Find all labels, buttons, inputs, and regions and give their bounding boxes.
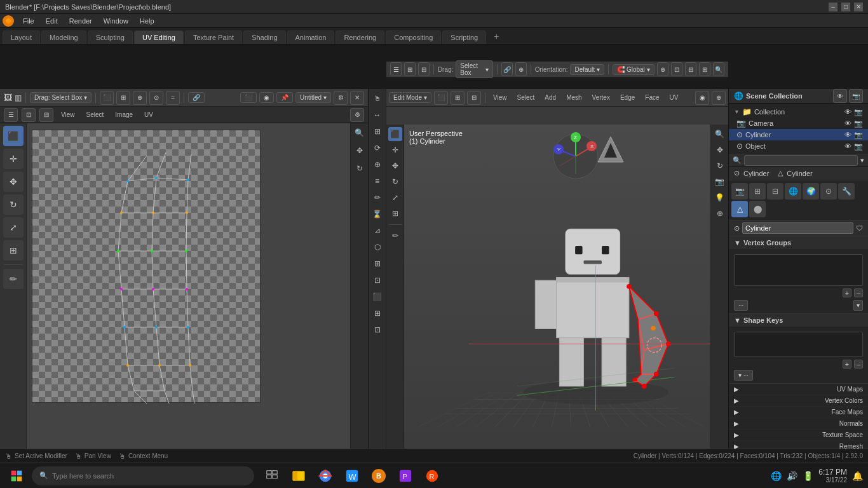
uv-annotate-tool[interactable]: ✏ — [3, 269, 24, 289]
vp-right-tool2[interactable]: ✥ — [713, 143, 727, 157]
mid-tool-3[interactable]: ⊞ — [370, 125, 384, 139]
vertex-groups-header[interactable]: ▼ Vertex Groups — [729, 236, 868, 249]
mid-tool-9[interactable]: ⊿ — [370, 224, 384, 238]
vp-right-tool1[interactable]: 🔍 — [713, 127, 727, 141]
uv-close-image[interactable]: ✕ — [350, 91, 364, 105]
mid-tool-2[interactable]: ↔ — [370, 108, 384, 122]
vp2-right3[interactable]: ⊞ — [699, 62, 710, 76]
transform-tool[interactable]: ⊞ — [388, 207, 402, 220]
uv-sync-toggle[interactable]: 🔗 — [188, 92, 205, 103]
taskbar-network-icon[interactable]: 🌐 — [771, 471, 782, 481]
mid-tool-6[interactable]: ≡ — [370, 174, 384, 188]
menu-edit[interactable]: Edit — [41, 16, 63, 26]
menu-file[interactable]: File — [18, 16, 39, 26]
drag2-value-btn[interactable]: Select Box ▾ — [456, 60, 493, 78]
taskbar-sound-icon[interactable]: 🔊 — [787, 471, 797, 481]
uv-rotate-tool[interactable]: ↻ — [3, 194, 24, 215]
vp2-right2[interactable]: ⊟ — [685, 62, 696, 76]
mid-tool-4[interactable]: ⟳ — [370, 141, 384, 155]
texture-space-row[interactable]: ▶ Texture Space — [729, 430, 868, 441]
uv-right-icon3[interactable]: ↻ — [353, 161, 367, 175]
sk-remove-button[interactable]: – — [854, 360, 863, 369]
uv-right-icon1[interactable]: 🔍 — [353, 126, 367, 140]
props-filter-icon[interactable]: ▾ — [860, 156, 864, 165]
uv-move-tool[interactable]: ✥ — [3, 172, 24, 192]
prop-btn-view[interactable]: ⊟ — [767, 183, 783, 200]
3d-menu-face[interactable]: Face — [641, 93, 663, 102]
vp2-icon3[interactable]: ⊟ — [418, 62, 430, 76]
tab-rendering[interactable]: Rendering — [336, 30, 384, 44]
vp-right-tool5[interactable]: 💡 — [713, 191, 727, 205]
tab-texture-paint[interactable]: Texture Paint — [185, 30, 242, 44]
vertex-colors-row[interactable]: ▶ Vertex Colors — [729, 395, 868, 407]
sk-more-btn[interactable]: ▾ ··· — [734, 370, 753, 381]
uv-pin-btn[interactable]: 📌 — [276, 92, 293, 103]
3d-menu-vertex[interactable]: Vertex — [588, 93, 614, 102]
add-workspace-button[interactable]: + — [489, 29, 504, 44]
tab-uv-editing[interactable]: UV Editing — [134, 30, 184, 44]
prop-btn-object[interactable]: ⊙ — [820, 183, 837, 200]
uv-menu-uv[interactable]: UV — [140, 110, 157, 119]
uv-header-icon2[interactable]: ⊞ — [116, 91, 130, 105]
3d-menu-view[interactable]: View — [489, 93, 511, 102]
vp2-icon2[interactable]: ⊞ — [404, 62, 416, 76]
taskbar-chrome[interactable] — [314, 466, 337, 486]
uv-transform-tool[interactable]: ⊞ — [3, 240, 24, 261]
select-tool[interactable]: ⬛ — [388, 127, 402, 141]
tab-shading[interactable]: Shading — [243, 30, 285, 44]
start-button[interactable] — [5, 466, 28, 486]
tab-layout[interactable]: Layout — [3, 30, 40, 44]
uv-right-icon2[interactable]: ✥ — [353, 144, 367, 158]
maximize-button[interactable]: □ — [841, 3, 850, 11]
collection-cylinder1[interactable]: ⊙ Cylinder 👁 📷 — [729, 129, 868, 140]
props-search-input[interactable] — [744, 155, 858, 166]
minimize-button[interactable]: – — [829, 3, 837, 11]
mid-tool-13[interactable]: ⬛ — [370, 290, 384, 304]
vp2-right4[interactable]: 🔍 — [713, 62, 724, 76]
vp-right-tool3[interactable]: ↻ — [713, 159, 727, 173]
orientation-value-btn[interactable]: Default ▾ — [570, 64, 604, 75]
mid-tool-12[interactable]: ⊡ — [370, 273, 384, 287]
uv-checkerboard-btn[interactable]: ⬛ — [240, 92, 257, 103]
uv-sub-icon2[interactable]: ⊡ — [22, 108, 36, 122]
mid-tool-15[interactable]: ⊡ — [370, 323, 384, 337]
face-maps-row[interactable]: ▶ Face Maps — [729, 407, 868, 418]
3d-menu-uv[interactable]: UV — [666, 93, 682, 102]
tab-animation[interactable]: Animation — [287, 30, 335, 44]
viewport-icon2[interactable]: ⊞ — [451, 91, 465, 105]
vg-add-button[interactable]: + — [843, 288, 851, 297]
prop-btn-world[interactable]: 🌍 — [803, 183, 819, 200]
mid-tool-7[interactable]: ✏ — [370, 191, 384, 205]
vp2-proportional[interactable]: ⊕ — [657, 62, 668, 76]
vp2-right1[interactable]: ⊡ — [671, 62, 682, 76]
uv-sub-icon1[interactable]: ☰ — [4, 108, 18, 122]
mid-tool-1[interactable]: 🖱 — [370, 92, 384, 105]
taskbar-app5[interactable]: P — [394, 466, 417, 486]
viewport-gizmo-btn[interactable]: ⊕ — [712, 91, 726, 105]
edit-mode-dropdown[interactable]: Edit Mode ▾ — [389, 92, 431, 103]
vp2-icon1[interactable]: ☰ — [390, 62, 402, 76]
drag-mode-button[interactable]: Drag: Select Box ▾ — [30, 92, 92, 103]
uv-image-settings[interactable]: ⚙ — [334, 91, 348, 105]
tab-sculpting[interactable]: Sculpting — [88, 30, 133, 44]
normals-row[interactable]: ▶ Normals — [729, 418, 868, 430]
prop-btn-render[interactable]: 📷 — [731, 183, 748, 200]
rotate-tool[interactable]: ↻ — [388, 175, 402, 189]
viewport-3d[interactable]: ⬛ ✛ ✥ ↻ ⤢ ⊞ ✏ User Perspective (1) Cylin… — [386, 125, 728, 478]
uv-header-icon3[interactable]: ⊕ — [133, 91, 147, 105]
uv-overlay-btn[interactable]: ◉ — [259, 92, 274, 103]
taskbar-app3[interactable]: W — [341, 466, 363, 486]
3d-menu-mesh[interactable]: Mesh — [562, 93, 585, 102]
collection-visibility[interactable]: 👁 — [833, 89, 847, 103]
prop-btn-material[interactable]: ⬤ — [749, 201, 766, 217]
prop-btn-scene[interactable]: 🌐 — [785, 183, 801, 200]
sk-add-button[interactable]: + — [843, 360, 851, 369]
uv-viewport[interactable]: ⬛ ✛ ✥ ↻ ⤢ ⊞ ✏ — [0, 123, 368, 478]
taskbar-blender[interactable]: B — [367, 466, 390, 486]
scale-tool[interactable]: ⤢ — [388, 191, 402, 205]
taskbar-app6[interactable]: R — [421, 466, 444, 486]
navigation-gizmo[interactable]: X Z Y — [550, 131, 601, 182]
vg-assign-btn[interactable]: ··· — [734, 300, 748, 311]
tab-compositing[interactable]: Compositing — [386, 30, 441, 44]
vp-right-tool4[interactable]: 📷 — [713, 175, 727, 189]
